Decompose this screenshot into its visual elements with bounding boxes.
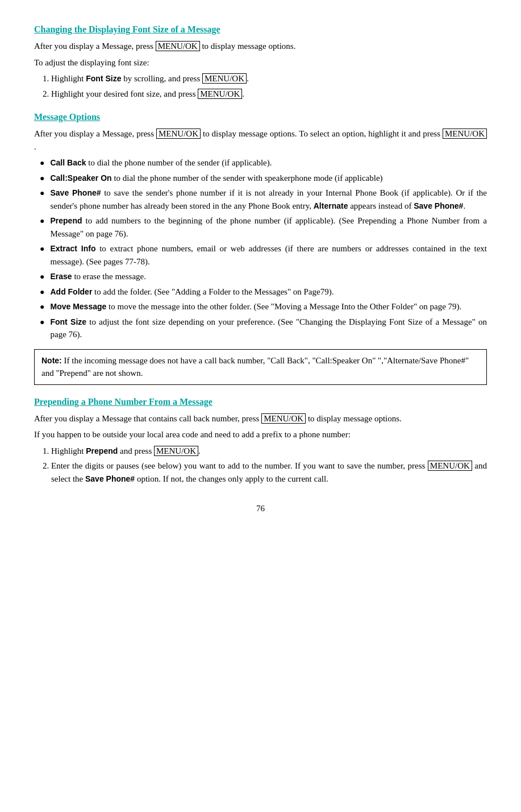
message-options-list: Call Back to dial the phone number of th… — [40, 156, 487, 341]
section-font-size-intro1: After you display a Message, press MENU/… — [34, 40, 487, 53]
menu-ok-box-6: MENU/OK — [261, 413, 306, 424]
section-font-size: Changing the Displaying Font Size of a M… — [34, 23, 487, 100]
font-size-step-2: Highlight your desired font size, and pr… — [51, 88, 487, 101]
font-size-steps: Highlight Font Size by scrolling, and pr… — [51, 72, 487, 100]
menu-ok-box-5: MENU/OK — [443, 129, 487, 139]
section-message-options: Message Options After you display a Mess… — [34, 110, 487, 385]
note-label: Note: — [41, 356, 62, 365]
section-message-options-title: Message Options — [34, 110, 487, 124]
list-item-save-phone: Save Phone# to save the sender's phone n… — [40, 187, 487, 212]
menu-ok-box-3: MENU/OK — [198, 89, 242, 99]
font-size-step-1: Highlight Font Size by scrolling, and pr… — [51, 72, 487, 85]
menu-ok-box-2: MENU/OK — [202, 73, 247, 84]
prepend-step-1: Highlight Prepend and press MENU/OK. — [51, 445, 487, 458]
list-item-add-folder: Add Folder to add the folder. (See "Addi… — [40, 285, 487, 299]
list-item-move-message: Move Message to move the message into th… — [40, 300, 487, 313]
section-prepend-intro1: After you display a Message that contain… — [34, 412, 487, 425]
menu-ok-box-4: MENU/OK — [156, 129, 201, 139]
page-number: 76 — [34, 502, 487, 515]
section-font-size-intro2: To adjust the displaying font size: — [34, 56, 487, 69]
section-prepend-title: Prepending a Phone Number From a Message — [34, 395, 487, 409]
menu-ok-box-1: MENU/OK — [156, 41, 200, 51]
prepend-steps: Highlight Prepend and press MENU/OK. Ent… — [51, 445, 487, 486]
note-box: Note: If the incoming message does not h… — [34, 349, 487, 385]
section-message-options-intro: After you display a Message, press MENU/… — [34, 127, 487, 153]
section-font-size-title: Changing the Displaying Font Size of a M… — [34, 23, 487, 36]
list-item-erase: Erase to erase the message. — [40, 270, 487, 283]
section-prepend-intro2: If you happen to be outside your local a… — [34, 428, 487, 441]
note-text: If the incoming message does not have a … — [41, 356, 469, 378]
list-item-call-back: Call Back to dial the phone number of th… — [40, 156, 487, 169]
list-item-font-size: Font Size to adjust the font size depend… — [40, 316, 487, 341]
list-item-extract-info: Extract Info to extract phone numbers, e… — [40, 242, 487, 268]
list-item-call-speaker: Call:Speaker On to dial the phone number… — [40, 172, 487, 185]
menu-ok-box-7: MENU/OK — [154, 446, 198, 456]
section-prepend: Prepending a Phone Number From a Message… — [34, 395, 487, 486]
prepend-step-2: Enter the digits or pauses (see below) y… — [51, 459, 487, 485]
menu-ok-box-8: MENU/OK — [428, 461, 472, 471]
list-item-prepend: Prepend to add numbers to the beginning … — [40, 214, 487, 240]
